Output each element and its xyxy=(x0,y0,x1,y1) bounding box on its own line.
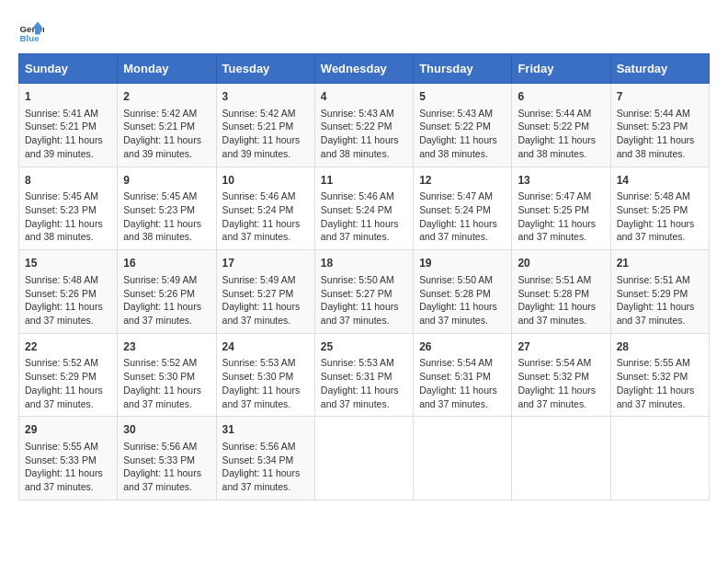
day-info: and 37 minutes. xyxy=(321,314,407,327)
day-info: and 38 minutes. xyxy=(617,147,703,161)
day-number: 12 xyxy=(419,173,506,189)
header-cell-sunday: Sunday xyxy=(19,54,118,84)
day-info: Daylight: 11 hours xyxy=(25,384,111,397)
day-info: Sunrise: 5:52 AM xyxy=(123,356,210,370)
header-cell-tuesday: Tuesday xyxy=(216,54,314,84)
day-number: 22 xyxy=(25,339,111,355)
day-info: and 37 minutes. xyxy=(419,397,506,411)
day-number: 26 xyxy=(419,339,506,355)
day-number: 2 xyxy=(123,89,210,105)
calendar-cell xyxy=(512,417,610,500)
day-info: Sunrise: 5:46 AM xyxy=(222,190,309,203)
day-info: Sunset: 5:34 PM xyxy=(222,454,309,467)
day-info: Sunset: 5:23 PM xyxy=(25,203,111,217)
day-info: Daylight: 11 hours xyxy=(321,300,407,314)
day-info: Sunset: 5:31 PM xyxy=(419,370,506,384)
calendar-cell: 18Sunrise: 5:50 AMSunset: 5:27 PMDayligh… xyxy=(314,250,413,334)
calendar-cell: 31Sunrise: 5:56 AMSunset: 5:34 PMDayligh… xyxy=(216,417,314,500)
day-info: Daylight: 11 hours xyxy=(518,133,604,147)
day-info: Sunrise: 5:43 AM xyxy=(321,107,407,121)
day-number: 25 xyxy=(321,339,407,355)
day-info: Sunset: 5:25 PM xyxy=(518,203,604,217)
day-number: 29 xyxy=(25,422,111,438)
day-info: Sunrise: 5:44 AM xyxy=(518,107,604,121)
day-info: and 38 minutes. xyxy=(25,230,111,244)
day-info: Sunset: 5:22 PM xyxy=(321,120,407,133)
header: General Blue xyxy=(18,18,710,44)
calendar-cell: 6Sunrise: 5:44 AMSunset: 5:22 PMDaylight… xyxy=(512,84,610,167)
calendar-cell xyxy=(414,417,512,500)
day-number: 11 xyxy=(321,173,407,189)
calendar-cell xyxy=(610,417,709,500)
day-info: Daylight: 11 hours xyxy=(222,300,309,314)
day-info: and 37 minutes. xyxy=(222,480,309,494)
day-info: Daylight: 11 hours xyxy=(25,466,111,480)
calendar-cell: 26Sunrise: 5:54 AMSunset: 5:31 PMDayligh… xyxy=(414,333,512,417)
day-info: and 37 minutes. xyxy=(518,397,604,411)
day-info: and 38 minutes. xyxy=(419,147,506,161)
calendar-cell: 4Sunrise: 5:43 AMSunset: 5:22 PMDaylight… xyxy=(314,84,413,167)
day-info: and 38 minutes. xyxy=(321,147,407,161)
day-info: Daylight: 11 hours xyxy=(419,384,506,397)
day-info: Daylight: 11 hours xyxy=(321,133,407,147)
calendar-table: SundayMondayTuesdayWednesdayThursdayFrid… xyxy=(18,53,710,500)
calendar-cell: 28Sunrise: 5:55 AMSunset: 5:32 PMDayligh… xyxy=(610,333,709,417)
day-info: Sunset: 5:32 PM xyxy=(518,370,604,384)
day-info: Sunrise: 5:51 AM xyxy=(518,273,604,287)
day-number: 14 xyxy=(617,173,703,189)
day-info: Sunrise: 5:41 AM xyxy=(25,107,111,121)
day-number: 30 xyxy=(123,422,210,438)
week-row-2: 8Sunrise: 5:45 AMSunset: 5:23 PMDaylight… xyxy=(19,167,710,250)
day-info: Sunrise: 5:50 AM xyxy=(419,273,506,287)
day-info: and 39 minutes. xyxy=(25,147,111,161)
calendar-cell xyxy=(314,417,413,500)
day-info: Sunrise: 5:49 AM xyxy=(123,273,210,287)
logo: General Blue xyxy=(18,18,44,44)
day-info: Sunset: 5:28 PM xyxy=(419,287,506,301)
day-info: Sunrise: 5:43 AM xyxy=(419,107,506,121)
day-info: Sunrise: 5:55 AM xyxy=(25,440,111,454)
day-info: Sunset: 5:29 PM xyxy=(25,370,111,384)
day-info: Daylight: 11 hours xyxy=(123,384,210,397)
calendar-cell: 9Sunrise: 5:45 AMSunset: 5:23 PMDaylight… xyxy=(118,167,216,250)
day-info: Sunrise: 5:45 AM xyxy=(123,190,210,203)
day-info: Sunset: 5:28 PM xyxy=(518,287,604,301)
day-info: Daylight: 11 hours xyxy=(222,466,309,480)
day-info: Sunrise: 5:44 AM xyxy=(617,107,703,121)
day-info: Sunrise: 5:53 AM xyxy=(222,356,309,370)
day-info: Sunrise: 5:55 AM xyxy=(617,356,703,370)
day-number: 7 xyxy=(617,89,703,105)
day-number: 23 xyxy=(123,339,210,355)
day-info: Sunset: 5:30 PM xyxy=(222,370,309,384)
day-info: and 37 minutes. xyxy=(518,314,604,327)
day-info: and 37 minutes. xyxy=(617,397,703,411)
day-info: Daylight: 11 hours xyxy=(321,217,407,231)
day-info: Sunrise: 5:54 AM xyxy=(419,356,506,370)
day-info: Daylight: 11 hours xyxy=(222,384,309,397)
day-number: 4 xyxy=(321,89,407,105)
day-info: Sunset: 5:26 PM xyxy=(25,287,111,301)
day-info: Daylight: 11 hours xyxy=(419,133,506,147)
day-info: Sunset: 5:30 PM xyxy=(123,370,210,384)
day-info: Daylight: 11 hours xyxy=(222,133,309,147)
day-number: 5 xyxy=(419,89,506,105)
day-info: Daylight: 11 hours xyxy=(617,217,703,231)
day-info: Sunset: 5:22 PM xyxy=(419,120,506,133)
day-number: 1 xyxy=(25,89,111,105)
day-info: Sunrise: 5:49 AM xyxy=(222,273,309,287)
day-info: Sunrise: 5:45 AM xyxy=(25,190,111,203)
calendar-cell: 8Sunrise: 5:45 AMSunset: 5:23 PMDaylight… xyxy=(19,167,118,250)
svg-text:Blue: Blue xyxy=(19,33,40,43)
header-cell-wednesday: Wednesday xyxy=(314,54,413,84)
day-number: 21 xyxy=(617,256,703,271)
day-info: Sunset: 5:23 PM xyxy=(617,120,703,133)
day-info: Daylight: 11 hours xyxy=(123,466,210,480)
week-row-4: 22Sunrise: 5:52 AMSunset: 5:29 PMDayligh… xyxy=(19,333,710,417)
day-number: 13 xyxy=(518,173,604,189)
day-number: 31 xyxy=(222,422,309,438)
day-info: Daylight: 11 hours xyxy=(123,217,210,231)
day-info: Sunset: 5:31 PM xyxy=(321,370,407,384)
week-row-5: 29Sunrise: 5:55 AMSunset: 5:33 PMDayligh… xyxy=(19,417,710,500)
day-info: and 37 minutes. xyxy=(222,397,309,411)
calendar-cell: 14Sunrise: 5:48 AMSunset: 5:25 PMDayligh… xyxy=(610,167,709,250)
